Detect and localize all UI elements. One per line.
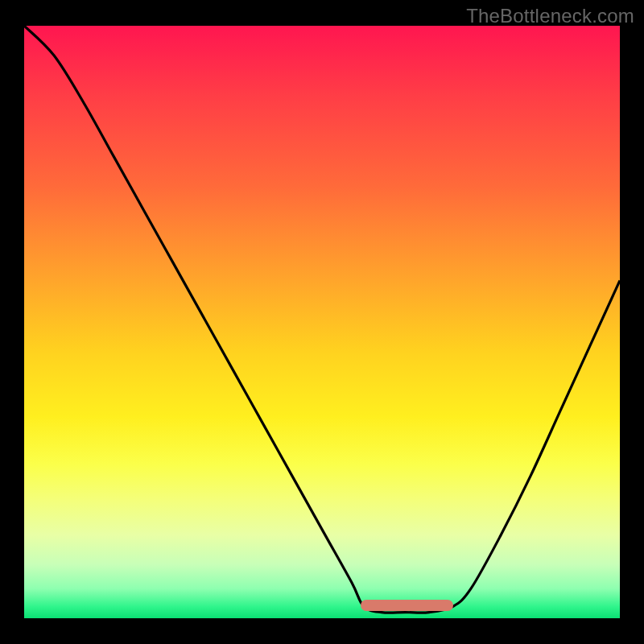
stage: TheBottleneck.com [0, 0, 644, 644]
watermark-text: TheBottleneck.com [466, 5, 634, 27]
bottleneck-curve-path [24, 26, 620, 613]
curve-svg [24, 26, 620, 618]
plot-area [24, 26, 620, 618]
optimal-range-bar [361, 600, 453, 611]
